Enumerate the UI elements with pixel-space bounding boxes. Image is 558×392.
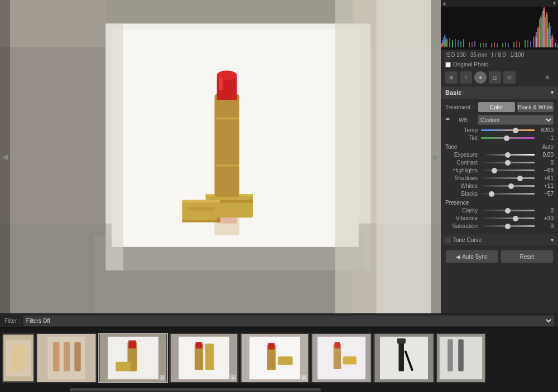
vibrance-label: Vibrance	[445, 215, 478, 221]
reset-button[interactable]: Reset	[501, 250, 554, 263]
tone-title: Tone	[445, 144, 458, 150]
loupe-tool[interactable]: ○	[460, 71, 472, 84]
auto-sync-button[interactable]: ◀ Auto Sync	[445, 250, 498, 263]
svg-rect-129	[397, 338, 406, 344]
vibrance-thumb[interactable]	[513, 216, 518, 221]
whites-thumb[interactable]	[508, 183, 514, 189]
filmstrip-thumb-8[interactable]	[436, 333, 486, 383]
settings-tool[interactable]: ≡	[541, 71, 554, 84]
contrast-track[interactable]	[481, 162, 535, 163]
histogram-svg	[441, 7, 558, 49]
develop-tool[interactable]: ●	[474, 71, 487, 84]
filter-bar: Filter : Filters Off Flagged Rated	[0, 313, 558, 327]
filmstrip-thumb-5[interactable]: ↙	[240, 333, 310, 383]
filmstrip-scrollbar[interactable]	[70, 388, 321, 391]
svg-rect-110	[116, 362, 131, 371]
filter-select[interactable]: Filters Off Flagged Rated	[23, 316, 554, 326]
filmstrip-thumb-1[interactable]	[2, 333, 35, 383]
svg-rect-14	[214, 94, 239, 197]
wb-row: ✒ WB : Custom Auto Daylight Cloudy	[445, 115, 554, 125]
highlights-track[interactable]	[481, 170, 535, 171]
svg-rect-54	[446, 39, 448, 47]
svg-rect-119	[268, 343, 275, 349]
tint-label: Tint	[445, 135, 478, 141]
svg-rect-56	[460, 41, 461, 47]
eyedropper-icon[interactable]: ✒	[445, 115, 454, 124]
tint-track[interactable]	[481, 137, 535, 139]
clarity-label: Clarity	[445, 207, 478, 214]
auto-sync-arrow: ◀	[456, 254, 460, 260]
exposure-track[interactable]	[481, 154, 535, 156]
compare-tool[interactable]: ◫	[489, 71, 501, 84]
bw-btn[interactable]: Black & White	[517, 102, 554, 112]
filmstrip-thumb-2[interactable]	[36, 333, 97, 383]
grid-tool[interactable]: ⊞	[445, 71, 458, 84]
highlights-thumb[interactable]	[492, 168, 497, 173]
filmstrip-thumb-6[interactable]	[311, 333, 372, 383]
shadows-label: Shadows	[445, 175, 478, 181]
survey-tool[interactable]: ⊡	[503, 71, 516, 84]
nav-left[interactable]: ◀	[0, 0, 10, 313]
filmstrip-thumb-4[interactable]: ↙	[169, 333, 239, 383]
contrast-thumb[interactable]	[505, 160, 511, 166]
temp-slider-row: Temp 6200	[445, 127, 554, 133]
shadows-track[interactable]	[481, 177, 535, 179]
right-panel: ▲ ▼	[441, 0, 558, 313]
svg-rect-124	[335, 342, 340, 348]
iso-value: ISO 100	[445, 52, 466, 58]
svg-rect-61	[513, 42, 514, 47]
svg-rect-38	[485, 43, 487, 47]
svg-rect-19	[219, 78, 223, 90]
svg-rect-57	[469, 42, 470, 47]
basic-panel-header[interactable]: Basic ▾	[441, 86, 558, 99]
shadows-thumb[interactable]	[517, 176, 523, 181]
saturation-thumb[interactable]	[505, 224, 511, 229]
photo-area: ◀ ▶	[0, 0, 441, 313]
camera-info: ISO 100 35 mm f / 8.0 1/100	[441, 50, 558, 60]
tone-auto-link[interactable]: Auto	[542, 144, 554, 150]
svg-rect-112	[179, 337, 229, 379]
panel-collapse-right[interactable]: ▼	[552, 1, 557, 6]
exposure-label: Exposure	[445, 152, 478, 158]
temp-track[interactable]	[481, 129, 535, 131]
clarity-slider-row: Clarity 0	[445, 207, 554, 214]
nav-right[interactable]: ▶	[431, 0, 441, 313]
svg-rect-109	[128, 340, 136, 348]
panel-collapse-left[interactable]: ▲	[442, 1, 447, 6]
vibrance-track[interactable]	[481, 217, 535, 219]
contrast-slider-row: Contrast 0	[445, 159, 554, 166]
svg-rect-80	[505, 42, 506, 47]
svg-rect-75	[455, 39, 456, 47]
whites-track[interactable]	[481, 185, 535, 187]
wb-select[interactable]: Custom Auto Daylight Cloudy	[478, 115, 554, 125]
svg-rect-90	[555, 42, 556, 47]
clarity-track[interactable]	[481, 210, 535, 211]
whites-value: +11	[536, 183, 554, 189]
highlights-value: −68	[536, 167, 554, 173]
svg-rect-63	[533, 37, 534, 47]
saturation-track[interactable]	[481, 225, 535, 227]
svg-rect-42	[530, 41, 531, 47]
shadows-value: +61	[536, 175, 554, 181]
svg-rect-40	[508, 43, 509, 47]
tone-curve-header[interactable]: Tone Curve ▾	[441, 234, 558, 246]
blacks-track[interactable]	[481, 193, 535, 195]
whites-slider-row: Whites +11	[445, 183, 554, 189]
blacks-thumb[interactable]	[489, 191, 494, 197]
filter-label: Filter :	[4, 318, 20, 324]
clarity-value: 0	[536, 207, 554, 214]
svg-rect-41	[519, 42, 520, 47]
original-photo-checkbox[interactable]	[445, 62, 451, 67]
color-btn[interactable]: Color	[478, 102, 515, 112]
clarity-thumb[interactable]	[505, 208, 511, 214]
svg-rect-62	[525, 40, 526, 47]
histogram-area: ▲ ▼	[441, 0, 558, 50]
temp-thumb[interactable]	[513, 128, 518, 133]
tint-thumb[interactable]	[504, 135, 509, 141]
svg-rect-81	[516, 41, 517, 47]
filmstrip-thumb-7[interactable]	[373, 333, 435, 383]
exposure-thumb[interactable]	[505, 152, 511, 158]
filmstrip-thumb-3[interactable]: ↙	[98, 333, 168, 383]
svg-rect-15	[214, 118, 239, 119]
vibrance-value: +30	[536, 215, 554, 221]
